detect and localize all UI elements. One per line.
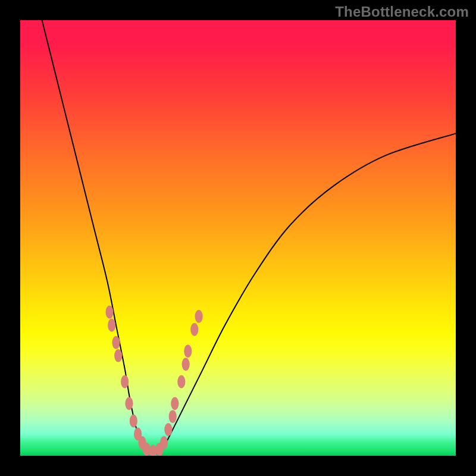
data-bead — [108, 318, 115, 331]
data-bead — [184, 345, 192, 358]
watermark-text: TheBottleneck.com — [335, 4, 469, 20]
data-bead — [177, 375, 185, 389]
data-bead — [171, 397, 178, 410]
plot-area — [20, 20, 456, 456]
data-bead — [114, 349, 122, 362]
data-bead — [105, 305, 113, 318]
data-bead — [160, 436, 168, 449]
data-bead — [125, 397, 133, 410]
data-bead — [130, 414, 137, 427]
data-bead — [169, 410, 177, 423]
data-beads — [105, 305, 202, 456]
data-bead — [143, 443, 151, 456]
curve-right-branch — [164, 133, 456, 447]
data-bead — [112, 336, 120, 349]
bottleneck-curve — [20, 20, 456, 456]
data-bead — [195, 310, 203, 323]
data-bead — [164, 423, 172, 436]
data-bead — [182, 358, 190, 371]
chart-canvas: TheBottleneck.com — [0, 0, 476, 476]
data-bead — [190, 323, 198, 336]
data-bead — [121, 375, 129, 389]
